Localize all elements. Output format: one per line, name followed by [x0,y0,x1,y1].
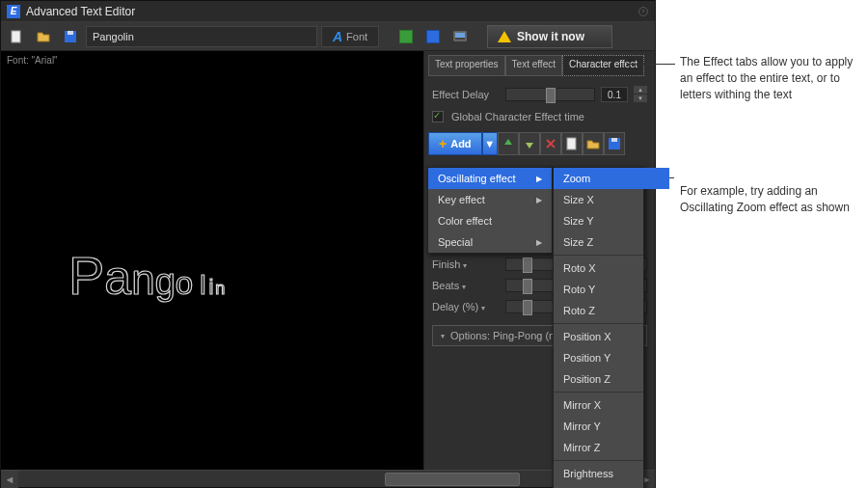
global-time-label: Global Character Effect time [451,111,584,122]
move-up-button[interactable] [498,132,519,155]
submenu-item[interactable]: Position Z [554,368,669,390]
help-icon[interactable]: ? [637,6,649,17]
menu-item-special[interactable]: Special▶ [428,231,552,253]
effect-delay-slider[interactable] [505,88,595,101]
slider-knob[interactable] [546,88,556,103]
effect-toolbar: +Add ▼ [428,132,651,155]
submenu-item[interactable]: Zoom [554,168,669,189]
svg-rect-4 [68,31,73,35]
finish-label: Finish ▾ [432,258,500,270]
font-button[interactable]: AFont [321,26,379,47]
global-time-row[interactable]: Global Character Effect time [424,107,655,126]
svg-rect-2 [12,31,20,42]
menu-item-color[interactable]: Color effect [428,210,552,231]
preview-canvas: Font: "Arial" Pango lin [1,51,423,470]
submenu-item[interactable]: Erase In [554,484,669,488]
screen-button[interactable] [448,25,472,48]
tab-text-properties[interactable]: Text properties [428,55,505,76]
scrollbar-track[interactable] [18,471,637,487]
color-blue-button[interactable] [421,25,445,48]
oscillating-submenu: ZoomSize XSize YSize ZRoto XRoto YRoto Z… [553,167,644,488]
effect-delay-value: 0.1 [601,87,628,102]
submenu-arrow-icon: ▶ [536,238,542,247]
submenu-item[interactable]: Size Z [554,231,669,253]
effect-tabs: Text properties Text effect Character ef… [428,55,651,76]
annotation-leader-line [627,64,675,65]
scrollbar-thumb[interactable] [385,473,520,486]
annotation-zoom: For example, try adding an Oscillating Z… [680,183,863,216]
svg-rect-6 [455,33,465,38]
app-window: E Advanced Text Editor ? AFont Show it n… [0,0,656,488]
submenu-item[interactable]: Mirror X [554,394,669,416]
move-down-button[interactable] [519,132,540,155]
font-a-icon: A [333,29,342,44]
square-blue-icon [426,30,440,43]
svg-rect-7 [567,138,576,149]
save-button[interactable] [604,132,625,155]
submenu-item[interactable]: Size X [554,189,669,210]
menu-separator [554,392,643,393]
menu-separator [554,323,643,324]
submenu-item[interactable]: Size Y [554,210,669,231]
preview-font-hint: Font: "Arial" [7,55,58,66]
menu-item-oscillating[interactable]: Oscillating effect▶ [428,168,552,189]
open-button[interactable] [583,132,604,155]
color-green-button[interactable] [394,25,418,48]
submenu-item[interactable]: Roto Z [554,300,669,321]
square-green-icon [399,30,413,43]
slider-knob[interactable] [523,258,532,273]
chevron-down-icon: ▾ [441,332,445,340]
plus-icon: + [439,136,447,151]
tab-character-effect[interactable]: Character effect [562,55,644,76]
scroll-left-arrow-icon[interactable]: ◄ [1,471,18,488]
title-bar: E Advanced Text Editor ? [1,1,655,22]
add-dropdown-button[interactable]: ▼ [482,132,498,155]
submenu-item[interactable]: Position X [554,326,669,347]
menu-separator [554,460,643,461]
submenu-item[interactable]: Position Y [554,347,669,368]
warning-triangle-icon [498,31,511,42]
beats-label: Beats ▾ [432,280,500,291]
open-file-button[interactable] [32,25,55,48]
submenu-item[interactable]: Brightness [554,463,669,484]
submenu-item[interactable]: Mirror Z [554,437,669,458]
text-input[interactable] [86,26,317,47]
slider-knob[interactable] [523,279,532,294]
submenu-item[interactable]: Mirror Y [554,416,669,437]
preview-rendered-text: Pango lin [68,244,227,307]
effect-delay-row: Effect Delay 0.1 ▲▼ [424,82,655,107]
main-toolbar: AFont Show it now [1,22,655,51]
new-button[interactable] [561,132,583,155]
effect-delay-label: Effect Delay [432,89,500,100]
menu-item-key[interactable]: Key effect▶ [428,189,552,210]
window-title: Advanced Text Editor [26,5,135,18]
effect-delay-spinner[interactable]: ▲▼ [634,86,647,103]
delete-effect-button[interactable] [540,132,561,155]
app-logo-icon: E [7,5,20,18]
new-file-button[interactable] [5,25,28,48]
annotation-tabs: The Effect tabs allow you to apply an ef… [680,54,863,102]
add-effect-button[interactable]: +Add [428,132,482,155]
submenu-item[interactable]: Roto Y [554,279,669,300]
slider-knob[interactable] [523,300,532,315]
add-effect-menu: Oscillating effect▶ Key effect▶ Color ef… [427,167,553,254]
save-file-button[interactable] [59,25,82,48]
tab-text-effect[interactable]: Text effect [505,55,562,76]
checkbox-icon[interactable] [432,111,444,122]
submenu-arrow-icon: ▶ [536,196,542,204]
delaypct-label: Delay (%) ▾ [432,301,500,312]
submenu-item[interactable]: Roto X [554,258,669,279]
show-it-now-button[interactable]: Show it now [487,25,612,48]
svg-text:?: ? [641,9,645,14]
submenu-arrow-icon: ▶ [536,175,542,183]
menu-separator [554,255,643,256]
svg-rect-9 [611,138,617,142]
